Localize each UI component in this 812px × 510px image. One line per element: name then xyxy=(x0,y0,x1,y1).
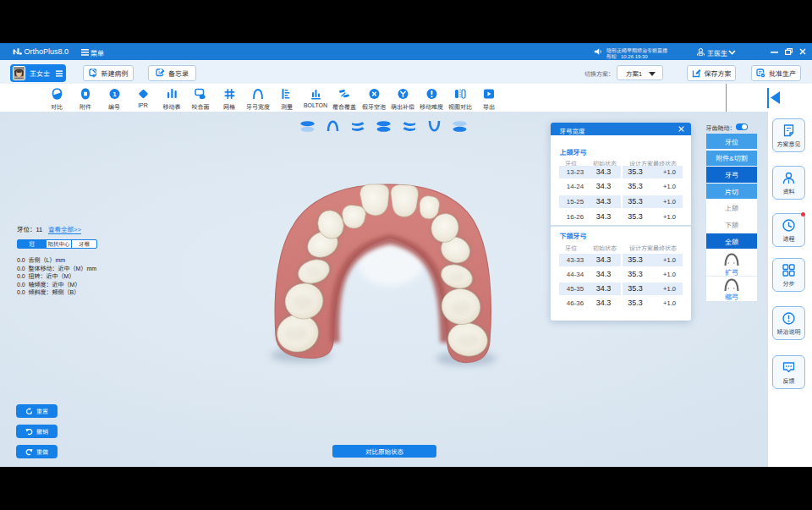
svg-text:1: 1 xyxy=(112,90,117,98)
